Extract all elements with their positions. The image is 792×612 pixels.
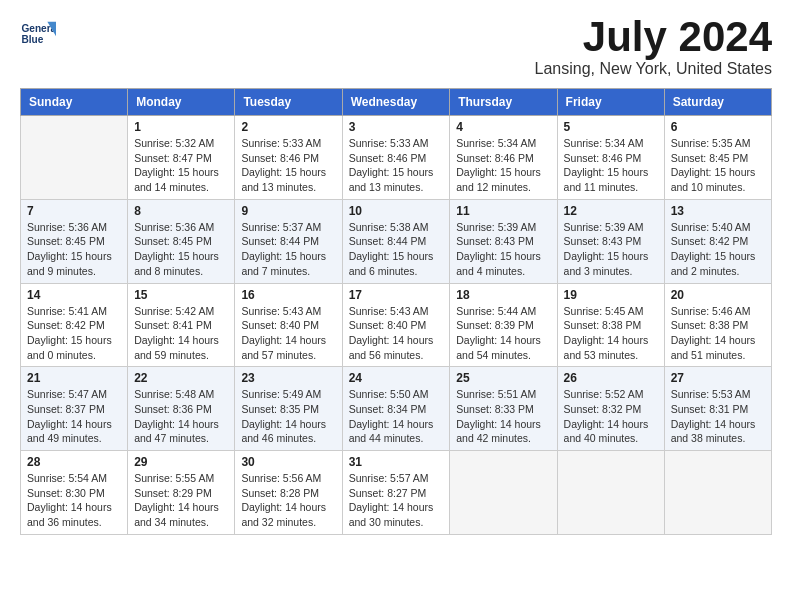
cell-details: Sunrise: 5:42 AMSunset: 8:41 PMDaylight:… (134, 304, 228, 363)
day-number: 3 (349, 120, 444, 134)
day-number: 22 (134, 371, 228, 385)
cell-details: Sunrise: 5:53 AMSunset: 8:31 PMDaylight:… (671, 387, 765, 446)
calendar-cell (450, 451, 557, 535)
calendar-cell: 23Sunrise: 5:49 AMSunset: 8:35 PMDayligh… (235, 367, 342, 451)
day-number: 25 (456, 371, 550, 385)
cell-details: Sunrise: 5:32 AMSunset: 8:47 PMDaylight:… (134, 136, 228, 195)
cell-details: Sunrise: 5:41 AMSunset: 8:42 PMDaylight:… (27, 304, 121, 363)
cell-details: Sunrise: 5:50 AMSunset: 8:34 PMDaylight:… (349, 387, 444, 446)
svg-text:Blue: Blue (21, 34, 43, 45)
calendar-cell: 11Sunrise: 5:39 AMSunset: 8:43 PMDayligh… (450, 199, 557, 283)
day-number: 5 (564, 120, 658, 134)
day-number: 31 (349, 455, 444, 469)
cell-details: Sunrise: 5:39 AMSunset: 8:43 PMDaylight:… (456, 220, 550, 279)
cell-details: Sunrise: 5:48 AMSunset: 8:36 PMDaylight:… (134, 387, 228, 446)
weekday-header-monday: Monday (128, 89, 235, 116)
cell-details: Sunrise: 5:44 AMSunset: 8:39 PMDaylight:… (456, 304, 550, 363)
day-number: 23 (241, 371, 335, 385)
calendar-cell: 17Sunrise: 5:43 AMSunset: 8:40 PMDayligh… (342, 283, 450, 367)
cell-details: Sunrise: 5:49 AMSunset: 8:35 PMDaylight:… (241, 387, 335, 446)
calendar-cell (21, 116, 128, 200)
cell-details: Sunrise: 5:46 AMSunset: 8:38 PMDaylight:… (671, 304, 765, 363)
calendar-cell: 18Sunrise: 5:44 AMSunset: 8:39 PMDayligh… (450, 283, 557, 367)
calendar-cell (557, 451, 664, 535)
cell-details: Sunrise: 5:39 AMSunset: 8:43 PMDaylight:… (564, 220, 658, 279)
day-number: 2 (241, 120, 335, 134)
cell-details: Sunrise: 5:43 AMSunset: 8:40 PMDaylight:… (349, 304, 444, 363)
day-number: 26 (564, 371, 658, 385)
calendar-cell: 7Sunrise: 5:36 AMSunset: 8:45 PMDaylight… (21, 199, 128, 283)
calendar-cell: 29Sunrise: 5:55 AMSunset: 8:29 PMDayligh… (128, 451, 235, 535)
day-number: 10 (349, 204, 444, 218)
day-number: 14 (27, 288, 121, 302)
calendar-cell: 14Sunrise: 5:41 AMSunset: 8:42 PMDayligh… (21, 283, 128, 367)
cell-details: Sunrise: 5:52 AMSunset: 8:32 PMDaylight:… (564, 387, 658, 446)
calendar-cell: 5Sunrise: 5:34 AMSunset: 8:46 PMDaylight… (557, 116, 664, 200)
calendar-week-row: 1Sunrise: 5:32 AMSunset: 8:47 PMDaylight… (21, 116, 772, 200)
calendar-cell: 31Sunrise: 5:57 AMSunset: 8:27 PMDayligh… (342, 451, 450, 535)
calendar-cell: 26Sunrise: 5:52 AMSunset: 8:32 PMDayligh… (557, 367, 664, 451)
day-number: 13 (671, 204, 765, 218)
calendar-cell: 1Sunrise: 5:32 AMSunset: 8:47 PMDaylight… (128, 116, 235, 200)
calendar-cell: 24Sunrise: 5:50 AMSunset: 8:34 PMDayligh… (342, 367, 450, 451)
cell-details: Sunrise: 5:33 AMSunset: 8:46 PMDaylight:… (349, 136, 444, 195)
cell-details: Sunrise: 5:34 AMSunset: 8:46 PMDaylight:… (564, 136, 658, 195)
calendar-cell: 21Sunrise: 5:47 AMSunset: 8:37 PMDayligh… (21, 367, 128, 451)
calendar-cell: 20Sunrise: 5:46 AMSunset: 8:38 PMDayligh… (664, 283, 771, 367)
calendar-cell: 28Sunrise: 5:54 AMSunset: 8:30 PMDayligh… (21, 451, 128, 535)
cell-details: Sunrise: 5:35 AMSunset: 8:45 PMDaylight:… (671, 136, 765, 195)
calendar-table: SundayMondayTuesdayWednesdayThursdayFrid… (20, 88, 772, 535)
weekday-header-wednesday: Wednesday (342, 89, 450, 116)
calendar-cell: 2Sunrise: 5:33 AMSunset: 8:46 PMDaylight… (235, 116, 342, 200)
calendar-cell: 27Sunrise: 5:53 AMSunset: 8:31 PMDayligh… (664, 367, 771, 451)
weekday-header-sunday: Sunday (21, 89, 128, 116)
calendar-week-row: 14Sunrise: 5:41 AMSunset: 8:42 PMDayligh… (21, 283, 772, 367)
cell-details: Sunrise: 5:43 AMSunset: 8:40 PMDaylight:… (241, 304, 335, 363)
day-number: 28 (27, 455, 121, 469)
day-number: 9 (241, 204, 335, 218)
day-number: 12 (564, 204, 658, 218)
month-title: July 2024 (535, 16, 772, 58)
weekday-header-thursday: Thursday (450, 89, 557, 116)
calendar-cell: 25Sunrise: 5:51 AMSunset: 8:33 PMDayligh… (450, 367, 557, 451)
cell-details: Sunrise: 5:36 AMSunset: 8:45 PMDaylight:… (134, 220, 228, 279)
header: General Blue July 2024 Lansing, New York… (20, 16, 772, 78)
weekday-header-friday: Friday (557, 89, 664, 116)
calendar-cell: 9Sunrise: 5:37 AMSunset: 8:44 PMDaylight… (235, 199, 342, 283)
cell-details: Sunrise: 5:37 AMSunset: 8:44 PMDaylight:… (241, 220, 335, 279)
calendar-cell: 3Sunrise: 5:33 AMSunset: 8:46 PMDaylight… (342, 116, 450, 200)
calendar-cell: 10Sunrise: 5:38 AMSunset: 8:44 PMDayligh… (342, 199, 450, 283)
day-number: 17 (349, 288, 444, 302)
day-number: 19 (564, 288, 658, 302)
day-number: 24 (349, 371, 444, 385)
day-number: 4 (456, 120, 550, 134)
weekday-header-row: SundayMondayTuesdayWednesdayThursdayFrid… (21, 89, 772, 116)
day-number: 21 (27, 371, 121, 385)
cell-details: Sunrise: 5:47 AMSunset: 8:37 PMDaylight:… (27, 387, 121, 446)
calendar-cell: 13Sunrise: 5:40 AMSunset: 8:42 PMDayligh… (664, 199, 771, 283)
cell-details: Sunrise: 5:56 AMSunset: 8:28 PMDaylight:… (241, 471, 335, 530)
calendar-cell: 8Sunrise: 5:36 AMSunset: 8:45 PMDaylight… (128, 199, 235, 283)
day-number: 6 (671, 120, 765, 134)
cell-details: Sunrise: 5:45 AMSunset: 8:38 PMDaylight:… (564, 304, 658, 363)
calendar-cell: 30Sunrise: 5:56 AMSunset: 8:28 PMDayligh… (235, 451, 342, 535)
title-area: July 2024 Lansing, New York, United Stat… (535, 16, 772, 78)
calendar-cell: 4Sunrise: 5:34 AMSunset: 8:46 PMDaylight… (450, 116, 557, 200)
cell-details: Sunrise: 5:34 AMSunset: 8:46 PMDaylight:… (456, 136, 550, 195)
cell-details: Sunrise: 5:40 AMSunset: 8:42 PMDaylight:… (671, 220, 765, 279)
cell-details: Sunrise: 5:38 AMSunset: 8:44 PMDaylight:… (349, 220, 444, 279)
cell-details: Sunrise: 5:33 AMSunset: 8:46 PMDaylight:… (241, 136, 335, 195)
logo: General Blue (20, 16, 56, 52)
day-number: 1 (134, 120, 228, 134)
weekday-header-tuesday: Tuesday (235, 89, 342, 116)
cell-details: Sunrise: 5:36 AMSunset: 8:45 PMDaylight:… (27, 220, 121, 279)
location-title: Lansing, New York, United States (535, 60, 772, 78)
cell-details: Sunrise: 5:57 AMSunset: 8:27 PMDaylight:… (349, 471, 444, 530)
weekday-header-saturday: Saturday (664, 89, 771, 116)
calendar-cell: 6Sunrise: 5:35 AMSunset: 8:45 PMDaylight… (664, 116, 771, 200)
calendar-cell (664, 451, 771, 535)
calendar-cell: 15Sunrise: 5:42 AMSunset: 8:41 PMDayligh… (128, 283, 235, 367)
day-number: 30 (241, 455, 335, 469)
calendar-cell: 19Sunrise: 5:45 AMSunset: 8:38 PMDayligh… (557, 283, 664, 367)
day-number: 8 (134, 204, 228, 218)
